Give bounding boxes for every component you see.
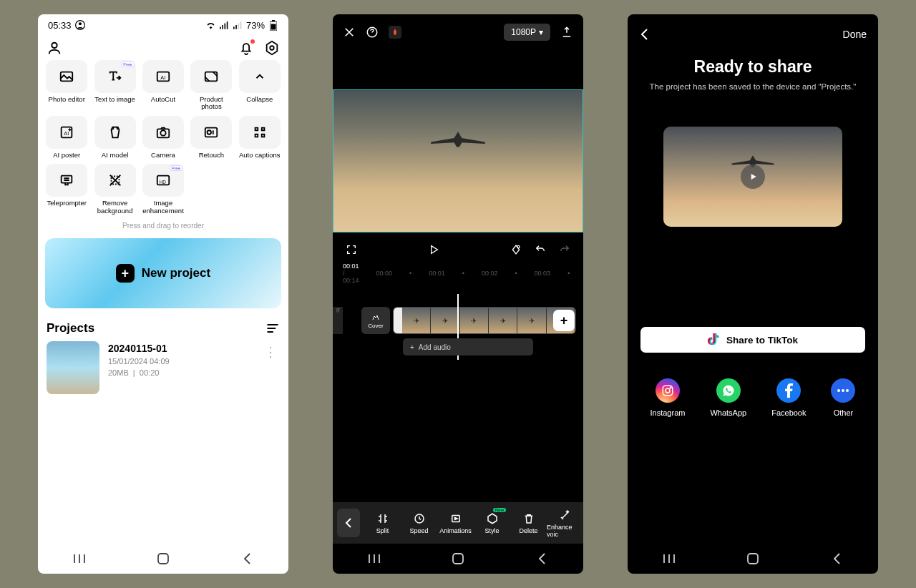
- share-options: Instagram WhatsApp Facebook Other: [628, 378, 878, 417]
- timeline[interactable]: te Cover 12.0s + +Add audio: [333, 294, 583, 360]
- project-date: 15/01/2024 04:09: [108, 357, 253, 366]
- project-title: 20240115-01: [108, 343, 253, 354]
- android-nav: [38, 544, 288, 574]
- settings-icon[interactable]: [264, 40, 280, 56]
- tool-autocut[interactable]: AIAutoCut: [142, 60, 185, 111]
- recents-button[interactable]: [658, 548, 680, 569]
- video-clip[interactable]: 12.0s: [393, 307, 576, 334]
- svg-point-35: [517, 245, 520, 248]
- svg-point-43: [666, 388, 670, 393]
- android-nav: [628, 544, 878, 574]
- screen-home: 05:33 73% Photo editor FreeText to image…: [38, 14, 288, 574]
- projects-header: Projects: [38, 308, 288, 341]
- tool-remove-background[interactable]: Remove background: [93, 164, 136, 215]
- share-tiktok-button[interactable]: Share to TikTok: [640, 327, 865, 353]
- svg-marker-14: [267, 41, 278, 54]
- export-icon[interactable]: [560, 26, 573, 39]
- back-icon[interactable]: [639, 28, 649, 41]
- keyframe-icon[interactable]: [510, 244, 522, 255]
- screen-editor: 1080P▾ 00:01 / 00:14 00:00• 00:01• 00:02…: [333, 14, 583, 574]
- clip-handle[interactable]: [394, 308, 402, 333]
- toolbar-back-button[interactable]: [337, 509, 360, 537]
- editor-header: 1080P▾: [333, 14, 583, 50]
- tool-teleprompter[interactable]: Teleprompter: [45, 164, 88, 215]
- tool-photo-editor[interactable]: Photo editor: [45, 60, 88, 111]
- tool-auto-captions[interactable]: Auto captions: [238, 116, 281, 159]
- recents-button[interactable]: [364, 548, 385, 569]
- back-button[interactable]: [531, 548, 552, 569]
- tool-style[interactable]: NewStyle: [474, 512, 510, 534]
- sort-icon[interactable]: [265, 321, 280, 335]
- bell-icon[interactable]: [238, 40, 254, 56]
- cover-button[interactable]: Cover: [361, 307, 390, 334]
- fullscreen-icon[interactable]: [346, 244, 357, 255]
- tool-split[interactable]: Split: [364, 512, 401, 534]
- battery-text: 73%: [246, 20, 265, 31]
- svg-text:AI: AI: [64, 130, 69, 137]
- tool-ai-model[interactable]: AI model: [93, 116, 136, 159]
- recents-button[interactable]: [69, 548, 90, 569]
- other-icon: [831, 378, 855, 403]
- help-icon[interactable]: [366, 26, 379, 39]
- project-row[interactable]: 20240115-01 15/01/2024 04:09 20MB | 00:2…: [38, 341, 288, 394]
- tool-camera[interactable]: Camera: [142, 116, 185, 159]
- battery-icon: [268, 20, 278, 31]
- svg-rect-6: [233, 26, 235, 29]
- share-facebook[interactable]: Facebook: [771, 378, 806, 417]
- facebook-icon: [776, 378, 801, 403]
- back-button[interactable]: [826, 548, 847, 569]
- home-button[interactable]: [742, 548, 764, 569]
- svg-rect-33: [158, 554, 168, 564]
- svg-rect-26: [62, 176, 72, 183]
- new-project-button[interactable]: + New project: [45, 238, 281, 308]
- saved-video-thumbnail[interactable]: [663, 127, 842, 227]
- play-icon[interactable]: [428, 244, 439, 255]
- prev-clip[interactable]: te: [333, 307, 343, 334]
- project-meta: 20MB | 00:20: [108, 368, 253, 377]
- svg-rect-3: [222, 25, 223, 29]
- add-clip-button[interactable]: +: [553, 310, 575, 331]
- svg-rect-8: [238, 24, 239, 29]
- share-tiktok-label: Share to TikTok: [726, 335, 798, 346]
- share-heading: Ready to share: [628, 57, 878, 77]
- share-whatsapp[interactable]: WhatsApp: [710, 378, 746, 417]
- tool-ai-poster[interactable]: AIAI poster: [45, 116, 88, 159]
- home-button[interactable]: [447, 548, 469, 569]
- new-project-label: New project: [142, 266, 210, 280]
- tool-animations[interactable]: Animations: [437, 512, 474, 534]
- share-instagram[interactable]: Instagram: [651, 378, 686, 417]
- profile-icon[interactable]: [47, 40, 62, 56]
- share-subtitle: The project has been saved to the device…: [628, 82, 878, 91]
- tool-delete[interactable]: Delete: [510, 512, 547, 534]
- tool-retouch[interactable]: Retouch: [190, 116, 233, 159]
- tool-collapse[interactable]: Collapse: [238, 60, 281, 111]
- bottom-toolbar: Split Speed Animations NewStyle Delete E…: [333, 502, 583, 544]
- resolution-button[interactable]: 1080P▾: [504, 24, 550, 41]
- svg-point-23: [160, 130, 165, 135]
- preview-area[interactable]: [333, 89, 583, 232]
- undo-icon[interactable]: [535, 244, 546, 255]
- status-bar: 05:33 73%: [38, 14, 288, 36]
- svg-rect-41: [453, 554, 463, 564]
- project-more-icon[interactable]: ⋮: [261, 341, 280, 363]
- svg-rect-4: [224, 24, 225, 29]
- done-button[interactable]: Done: [843, 29, 867, 40]
- back-button[interactable]: [236, 548, 258, 569]
- close-icon[interactable]: [343, 26, 356, 39]
- flame-icon[interactable]: [389, 26, 401, 39]
- signal-icon: [219, 20, 230, 31]
- share-other[interactable]: Other: [831, 378, 855, 417]
- tool-enhance-voice[interactable]: Enhance voic: [547, 509, 583, 538]
- playback-controls: [333, 232, 583, 260]
- tiktok-icon: [708, 333, 719, 346]
- redo-icon[interactable]: [559, 244, 570, 255]
- home-button[interactable]: [152, 548, 174, 569]
- tool-image-enhancement[interactable]: FreeHDImage enhancement: [142, 164, 185, 215]
- add-audio-button[interactable]: +Add audio: [403, 338, 533, 356]
- tool-product-photos[interactable]: Product photos: [190, 60, 233, 111]
- play-icon[interactable]: [741, 165, 765, 189]
- svg-point-47: [846, 389, 849, 392]
- account-icon: [75, 20, 85, 30]
- tool-speed[interactable]: Speed: [401, 512, 437, 534]
- tool-text-to-image[interactable]: FreeText to image: [93, 60, 136, 111]
